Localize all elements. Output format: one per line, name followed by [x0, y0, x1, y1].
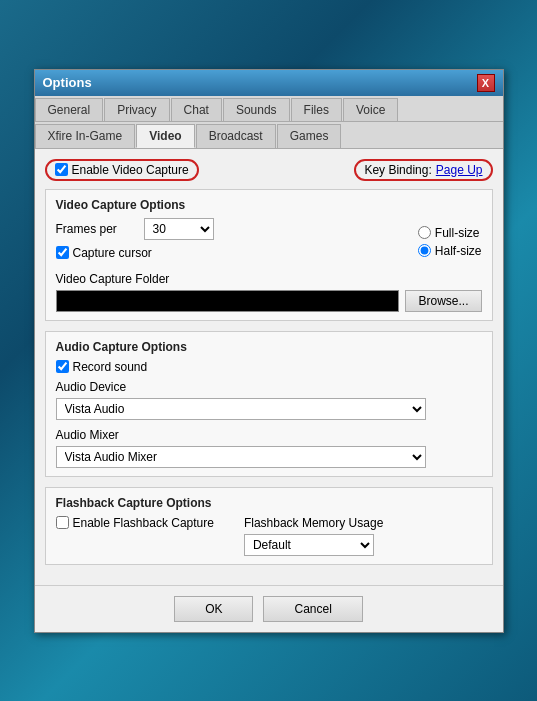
frames-select[interactable]: 30 15 20 24 25 29.97 [144, 218, 214, 240]
frames-per-label: Frames per [56, 222, 136, 236]
video-capture-options: Video Capture Options Frames per 30 15 2… [45, 189, 493, 321]
capture-cursor-row: Capture cursor [56, 246, 408, 260]
full-size-label: Full-size [435, 226, 480, 240]
folder-label: Video Capture Folder [56, 272, 482, 286]
key-binding-value[interactable]: Page Up [436, 163, 483, 177]
tab-general[interactable]: General [35, 98, 104, 121]
tab-broadcast[interactable]: Broadcast [196, 124, 276, 148]
half-size-radio[interactable] [418, 244, 431, 257]
tab-chat[interactable]: Chat [171, 98, 222, 121]
memory-select[interactable]: Default Low Medium High [244, 534, 374, 556]
audio-mixer-select[interactable]: Vista Audio Mixer Default [56, 446, 426, 468]
enable-row: Enable Video Capture Key Binding: Page U… [45, 159, 493, 181]
record-sound-checkbox[interactable] [56, 360, 69, 373]
enable-flashback-checkbox[interactable] [56, 516, 69, 529]
record-sound-label: Record sound [73, 360, 148, 374]
tab-files[interactable]: Files [291, 98, 342, 121]
full-size-row: Full-size [418, 226, 482, 240]
capture-cursor-checkbox[interactable] [56, 246, 69, 259]
key-binding-group: Key Binding: Page Up [354, 159, 492, 181]
tab-video[interactable]: Video [136, 124, 194, 148]
frames-per-row: Frames per 30 15 20 24 25 29.97 [56, 218, 408, 240]
flashback-body: Enable Flashback Capture Flashback Memor… [56, 516, 482, 556]
main-content: Enable Video Capture Key Binding: Page U… [35, 149, 503, 585]
half-size-row: Half-size [418, 244, 482, 258]
tab-xfire-in-game[interactable]: Xfire In-Game [35, 124, 136, 148]
tab-privacy[interactable]: Privacy [104, 98, 169, 121]
audio-mixer-label: Audio Mixer [56, 428, 482, 442]
flashback-memory-group: Flashback Memory Usage Default Low Mediu… [244, 516, 383, 556]
tab-sounds[interactable]: Sounds [223, 98, 290, 121]
folder-row: Browse... [56, 290, 482, 312]
enable-video-group: Enable Video Capture [45, 159, 199, 181]
audio-device-label: Audio Device [56, 380, 482, 394]
tab-games[interactable]: Games [277, 124, 342, 148]
tabs-row-2: Xfire In-Game Video Broadcast Games [35, 122, 503, 149]
audio-device-select[interactable]: Vista Audio Default [56, 398, 426, 420]
tabs-row-1: General Privacy Chat Sounds Files Voice [35, 96, 503, 122]
enable-video-label: Enable Video Capture [72, 163, 189, 177]
half-size-label: Half-size [435, 244, 482, 258]
video-capture-title: Video Capture Options [56, 198, 482, 212]
enable-video-checkbox[interactable] [55, 163, 68, 176]
tab-voice[interactable]: Voice [343, 98, 398, 121]
video-capture-left: Frames per 30 15 20 24 25 29.97 Capture … [56, 218, 408, 266]
key-binding-label: Key Binding: [364, 163, 431, 177]
video-capture-right: Full-size Half-size [418, 218, 482, 266]
enable-flashback-label: Enable Flashback Capture [73, 516, 214, 530]
capture-cursor-label: Capture cursor [73, 246, 152, 260]
audio-capture-options: Audio Capture Options Record sound Audio… [45, 331, 493, 477]
folder-section: Video Capture Folder Browse... [56, 272, 482, 312]
audio-capture-title: Audio Capture Options [56, 340, 482, 354]
bottom-buttons: OK Cancel [35, 585, 503, 632]
options-window: Options X General Privacy Chat Sounds Fi… [34, 69, 504, 633]
video-capture-body: Frames per 30 15 20 24 25 29.97 Capture … [56, 218, 482, 266]
cancel-button[interactable]: Cancel [263, 596, 362, 622]
title-bar: Options X [35, 70, 503, 96]
flashback-title: Flashback Capture Options [56, 496, 482, 510]
window-title: Options [43, 75, 92, 90]
enable-flashback-row: Enable Flashback Capture [56, 516, 214, 530]
record-sound-row: Record sound [56, 360, 482, 374]
folder-input[interactable] [56, 290, 400, 312]
full-size-radio[interactable] [418, 226, 431, 239]
browse-button[interactable]: Browse... [405, 290, 481, 312]
ok-button[interactable]: OK [174, 596, 253, 622]
flashback-options: Flashback Capture Options Enable Flashba… [45, 487, 493, 565]
memory-label: Flashback Memory Usage [244, 516, 383, 530]
close-button[interactable]: X [477, 74, 495, 92]
